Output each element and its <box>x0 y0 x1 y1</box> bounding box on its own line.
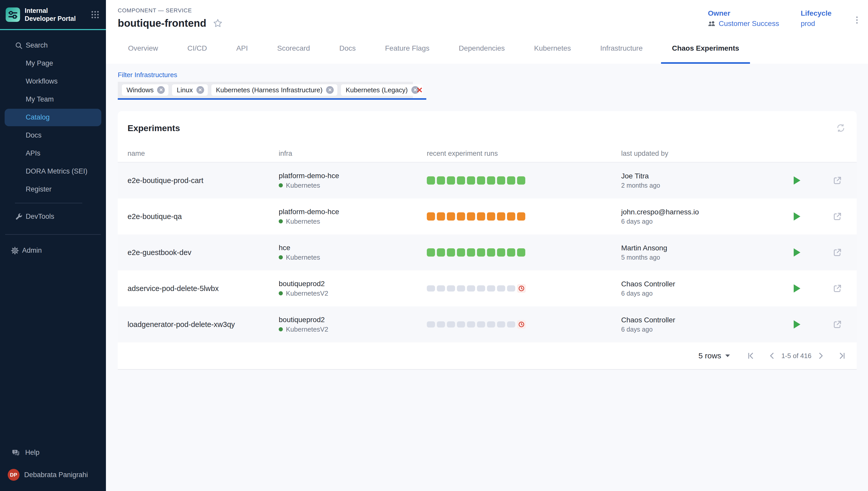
experiment-name: adservice-pod-delete-5lwbx <box>127 284 279 293</box>
filter-chip[interactable]: Linux ✕ <box>172 84 207 96</box>
tab-scorecard[interactable]: Scorecard <box>277 33 310 64</box>
run-experiment-button[interactable] <box>777 248 818 257</box>
remove-chip-icon[interactable]: ✕ <box>157 86 165 94</box>
first-page-button[interactable] <box>743 349 758 363</box>
run-idle-square <box>477 321 485 327</box>
remove-chip-icon[interactable]: ✕ <box>197 86 204 94</box>
next-page-button[interactable] <box>813 349 828 363</box>
run-pending-clock <box>517 320 526 329</box>
tab-dependencies[interactable]: Dependencies <box>459 33 505 64</box>
tab-api[interactable]: API <box>236 33 248 64</box>
owner-link[interactable]: Customer Success <box>708 20 779 28</box>
table-row[interactable]: e2e-guestbook-dev hce Kubernetes Martin … <box>118 234 857 270</box>
run-failed-square <box>507 212 515 221</box>
prev-page-button[interactable] <box>765 349 779 363</box>
infra-name: platform-demo-hce <box>279 172 427 180</box>
open-experiment-button[interactable] <box>818 248 857 257</box>
run-success-square <box>487 248 495 257</box>
recent-runs-indicator <box>427 248 621 257</box>
filter-chip[interactable]: Kubernetes (Legacy) ✕ <box>341 84 423 96</box>
table-row[interactable]: e2e-boutique-prod-cart platform-demo-hce… <box>118 163 857 198</box>
sidebar-item-apis[interactable]: APIs <box>5 145 101 162</box>
last-page-button[interactable] <box>835 349 849 363</box>
rows-per-page-select[interactable]: 5 rows <box>699 351 730 360</box>
run-experiment-button[interactable] <box>777 212 818 221</box>
run-failed-square <box>497 212 505 221</box>
sidebar-bottom: ? Help DP Debabrata Panigrahi <box>0 444 106 491</box>
run-failed-square <box>487 212 495 221</box>
run-failed-square <box>427 212 435 221</box>
entity-heading: COMPONENT — SERVICE boutique-frontend <box>118 7 223 29</box>
infra-name: platform-demo-hce <box>279 208 427 216</box>
run-idle-square <box>457 285 465 291</box>
run-pending-clock <box>517 284 526 293</box>
content-area: Filter Infrastructures Windows ✕ Linux ✕… <box>106 64 868 491</box>
refresh-icon[interactable] <box>834 121 847 135</box>
experiment-name: e2e-guestbook-dev <box>127 248 279 257</box>
sidebar-item-docs[interactable]: Docs <box>5 127 101 144</box>
run-failed-square <box>447 212 455 221</box>
main-area: COMPONENT — SERVICE boutique-frontend Ow… <box>106 0 868 491</box>
run-experiment-button[interactable] <box>777 320 818 328</box>
tab-overview[interactable]: Overview <box>128 33 158 64</box>
remove-chip-icon[interactable]: ✕ <box>326 86 334 94</box>
help-button[interactable]: ? Help <box>0 444 106 461</box>
filter-chips-input[interactable]: Windows ✕ Linux ✕ Kubernetes (Harness In… <box>118 82 413 98</box>
open-experiment-button[interactable] <box>818 284 857 293</box>
run-idle-square <box>427 321 435 327</box>
admin-divider <box>5 234 101 235</box>
sidebar-item-dora-metrics-sei-[interactable]: DORA Metrics (SEI) <box>5 163 101 180</box>
sidebar-item-my-team[interactable]: My Team <box>5 91 101 108</box>
sidebar-item-workflows[interactable]: Workflows <box>5 73 101 90</box>
sidebar-item-catalog[interactable]: Catalog <box>5 109 101 126</box>
sidebar-item-my-page[interactable]: My Page <box>5 55 101 72</box>
kebab-menu-icon[interactable] <box>853 13 861 27</box>
open-experiment-button[interactable] <box>818 320 857 329</box>
filter-infrastructures-link[interactable]: Filter Infrastructures <box>118 71 177 79</box>
clear-filters-icon[interactable]: ✕ <box>413 82 426 98</box>
recent-runs-indicator <box>427 212 621 221</box>
sidebar-nav: Search My Page Workflows My Team Catalog… <box>0 36 106 226</box>
run-idle-square <box>487 321 495 327</box>
infra-name: hce <box>279 244 427 252</box>
updated-ago: 2 months ago <box>621 182 777 189</box>
play-icon <box>794 284 800 293</box>
run-failed-square <box>517 212 525 221</box>
open-experiment-button[interactable] <box>818 176 857 185</box>
tab-infrastructure[interactable]: Infrastructure <box>600 33 643 64</box>
favorite-star-icon[interactable] <box>213 19 223 28</box>
open-experiment-button[interactable] <box>818 212 857 221</box>
column-last-updated: last updated by <box>621 150 777 157</box>
run-success-square <box>487 176 495 184</box>
play-icon <box>794 212 800 221</box>
sidebar-accent-divider <box>0 29 106 30</box>
infra-type: Kubernetes <box>279 254 427 261</box>
sidebar-item-devtools[interactable]: DevTools <box>5 208 101 226</box>
run-success-square <box>517 248 525 257</box>
filter-chip[interactable]: Kubernetes (Harness Infrastructure) ✕ <box>211 84 338 96</box>
updated-ago: 6 days ago <box>621 218 777 225</box>
sidebar-item-search[interactable]: Search <box>5 37 101 54</box>
open-in-new-icon <box>833 212 842 221</box>
sidebar-item-register[interactable]: Register <box>5 181 101 198</box>
run-success-square <box>447 248 455 257</box>
tab-kubernetes[interactable]: Kubernetes <box>534 33 571 64</box>
user-menu[interactable]: DP Debabrata Panigrahi <box>0 461 106 484</box>
lifecycle-label: Lifecycle <box>801 9 832 18</box>
run-experiment-button[interactable] <box>777 176 818 184</box>
table-row[interactable]: e2e-boutique-qa platform-demo-hce Kubern… <box>118 198 857 234</box>
tab-chaos-experiments[interactable]: Chaos Experiments <box>672 33 739 64</box>
search-icon <box>15 41 23 49</box>
sidebar-item-admin[interactable]: Admin <box>5 242 101 259</box>
entity-tabs: OverviewCI/CDAPIScorecardDocsFeature Fla… <box>106 33 868 64</box>
tab-docs[interactable]: Docs <box>339 33 356 64</box>
recent-runs-indicator <box>427 176 621 184</box>
apps-grid-icon[interactable] <box>90 10 100 19</box>
tab-ci-cd[interactable]: CI/CD <box>187 33 207 64</box>
table-row[interactable]: loadgenerator-pod-delete-xw3qy boutiquep… <box>118 307 857 342</box>
filter-chip[interactable]: Windows ✕ <box>122 84 168 96</box>
run-experiment-button[interactable] <box>777 284 818 293</box>
play-icon <box>794 176 800 184</box>
table-row[interactable]: adservice-pod-delete-5lwbx boutiqueprod2… <box>118 270 857 307</box>
tab-feature-flags[interactable]: Feature Flags <box>385 33 430 64</box>
